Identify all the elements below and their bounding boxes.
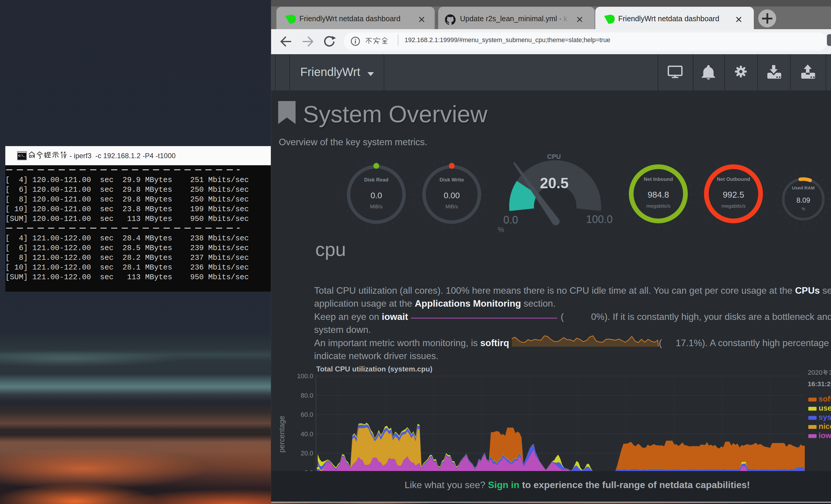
svg-text:80.0: 80.0 <box>300 392 313 399</box>
svg-text:0.0: 0.0 <box>304 469 313 471</box>
svg-text:20.0: 20.0 <box>300 449 313 457</box>
svg-text:40.0: 40.0 <box>300 431 313 438</box>
svg-text:100.0: 100.0 <box>297 372 313 380</box>
svg-text:60.0: 60.0 <box>300 411 313 418</box>
